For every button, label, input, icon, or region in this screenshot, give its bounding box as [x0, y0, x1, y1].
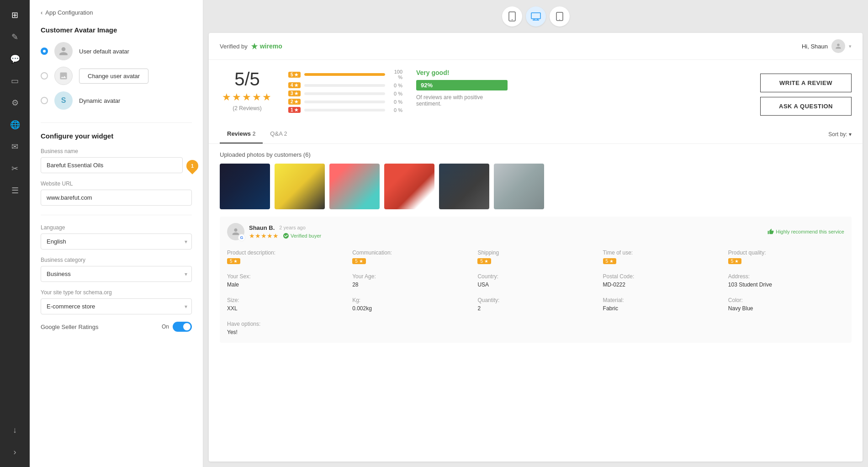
avatar-change-icon — [54, 67, 73, 85]
avatar-dynamic-label: Dynamic avatar — [79, 97, 120, 104]
sliders-icon[interactable]: ⚙ — [5, 93, 25, 112]
detail-material: Material: Fabric — [603, 297, 719, 312]
ask-question-btn[interactable]: ASK A QUESTION — [760, 97, 852, 116]
bar-track-3 — [304, 92, 385, 95]
verified-by: Verified by wiremo — [220, 42, 282, 50]
detail-color: Color: Navy Blue — [728, 297, 844, 312]
product-quality-stars: 5 ★ — [728, 258, 741, 264]
radio-default[interactable] — [41, 48, 48, 55]
google-ratings-row: Google Seller Ratings On ✓ — [41, 322, 192, 332]
config-panel: ‹ App Configuration Customer Avatar Imag… — [30, 0, 203, 467]
business-name-input[interactable] — [41, 157, 183, 173]
detail-row-2: Your Sex: Male Your Age: 28 Country: USA… — [220, 269, 852, 292]
website-url-input[interactable] — [41, 190, 192, 206]
verified-by-text: Verified by — [220, 43, 248, 50]
back-nav[interactable]: ‹ App Configuration — [41, 9, 192, 16]
bar-row-4: 4 ★ 0 % — [288, 82, 402, 88]
write-review-section: WRITE A REVIEW ASK A QUESTION — [760, 69, 852, 116]
layout-icon[interactable]: ▭ — [5, 71, 25, 90]
scissors-icon[interactable]: ✂ — [5, 159, 25, 178]
avatar-option-dynamic[interactable]: S Dynamic avatar — [41, 91, 192, 110]
grid-icon[interactable]: ⊞ — [5, 5, 25, 25]
bar-pct-2: 0 % — [389, 99, 402, 105]
tab-reviews[interactable]: Reviews 2 — [220, 125, 263, 143]
recommend-label: Highly recommend this service — [776, 229, 844, 234]
preview-frame: Verified by wiremo Hi, Shaun ▾ — [209, 33, 863, 462]
tablet-view-btn[interactable] — [550, 6, 570, 27]
download-icon[interactable]: ↓ — [5, 420, 25, 440]
business-category-label: Business category — [41, 257, 192, 263]
schema-select[interactable]: E-commerce store Local Business — [41, 298, 192, 314]
photo-thumb-3[interactable] — [329, 164, 380, 209]
widget-section-title: Configure your widget — [41, 132, 192, 140]
tab-qna-count: 2 — [284, 131, 287, 137]
toggle-check-icon: ✓ — [186, 324, 190, 329]
rating-count: (2 Reviews) — [220, 105, 275, 111]
schema-label: Your site type for schema.org — [41, 289, 192, 296]
bar-track-2 — [304, 101, 385, 103]
globe-icon[interactable]: 🌐 — [5, 115, 25, 134]
list-icon[interactable]: ☰ — [5, 181, 25, 200]
desktop-view-btn[interactable] — [526, 6, 546, 27]
avatar-option-default[interactable]: User default avatar — [41, 42, 192, 60]
photo-thumb-2[interactable] — [275, 164, 325, 209]
sort-by[interactable]: Sort by: ▾ — [828, 131, 852, 138]
tabs-row: Reviews 2 Q&A 2 Sort by: ▾ — [209, 125, 863, 144]
google-badge: G — [238, 234, 245, 241]
detail-sex: Your Sex: Male — [227, 273, 343, 288]
business-name-group: Business name — [41, 148, 192, 173]
bar-pct-5: 100 % — [389, 69, 402, 80]
detail-row-1: Product description: 5 ★ Communication: … — [220, 245, 852, 269]
edit-icon[interactable]: ✎ — [5, 27, 25, 47]
schema-select-wrapper: E-commerce store Local Business ▾ — [41, 298, 192, 314]
photo-thumb-4[interactable] — [384, 164, 434, 209]
star-badge-4: 4 ★ — [288, 82, 301, 88]
bar-track-5 — [304, 73, 385, 76]
rating-big: 5/5 ★★★★★ (2 Reviews) — [220, 69, 275, 111]
reviewer-name: Shaun B. — [249, 224, 275, 231]
avatar-default-label: User default avatar — [79, 48, 129, 55]
chat-icon[interactable]: 💬 — [5, 49, 25, 69]
bar-pct-1: 0 % — [389, 107, 402, 113]
top-bar — [203, 0, 868, 33]
radio-change[interactable] — [41, 72, 48, 80]
avatar-section-title: Customer Avatar Image — [41, 26, 192, 34]
svg-point-7 — [559, 19, 560, 20]
verified-label: Verified buyer — [291, 233, 321, 239]
detail-row-3: Size: XXL Kg: 0.002kg Quantity: 2 Materi… — [220, 292, 852, 316]
bar-track-1 — [304, 109, 385, 111]
photos-title: Uploaded photos by customers (6) — [220, 151, 852, 158]
mobile-view-btn[interactable] — [502, 6, 522, 27]
rating-score: 5/5 — [220, 69, 275, 90]
write-review-btn[interactable]: WRITE A REVIEW — [760, 74, 852, 92]
wiremo-logo: wiremo — [250, 42, 282, 50]
toggle-wrapper: On ✓ — [162, 322, 192, 332]
tab-qna[interactable]: Q&A 2 — [263, 125, 294, 143]
sentiment-pct: 92% — [416, 80, 508, 90]
photo-thumb-1[interactable] — [220, 164, 270, 209]
detail-address: Address: 103 Student Drive — [728, 273, 844, 288]
mail-icon[interactable]: ✉ — [5, 137, 25, 156]
review-time: 2 years ago — [279, 225, 305, 230]
avatar-option-change[interactable]: Change user avatar — [41, 67, 192, 85]
time-of-use-stars: 5 ★ — [603, 258, 616, 264]
svg-rect-2 — [531, 13, 540, 19]
detail-age: Your Age: 28 — [352, 273, 468, 288]
change-avatar-btn[interactable]: Change user avatar — [79, 69, 148, 84]
detail-time-of-use: Time of use: 5 ★ — [603, 249, 719, 264]
photos-grid — [220, 164, 852, 209]
expand-icon[interactable]: › — [5, 442, 25, 462]
website-url-label: Website URL — [41, 180, 192, 187]
icon-sidebar: ⊞ ✎ 💬 ▭ ⚙ 🌐 ✉ ✂ ☰ ↓ › — [0, 0, 30, 467]
google-ratings-toggle[interactable]: ✓ — [173, 322, 192, 332]
radio-dynamic[interactable] — [41, 97, 48, 104]
detail-shipping: Shipping 5 ★ — [477, 249, 593, 264]
bar-track-4 — [304, 84, 385, 87]
detail-size: Size: XXL — [227, 297, 343, 312]
language-group: Language English Spanish French ▾ — [41, 224, 192, 249]
business-category-select[interactable]: Business E-commerce — [41, 266, 192, 282]
photo-thumb-5[interactable] — [439, 164, 489, 209]
photo-thumb-6[interactable] — [494, 164, 544, 209]
language-select[interactable]: English Spanish French — [41, 234, 192, 249]
bar-row-2: 2 ★ 0 % — [288, 99, 402, 105]
